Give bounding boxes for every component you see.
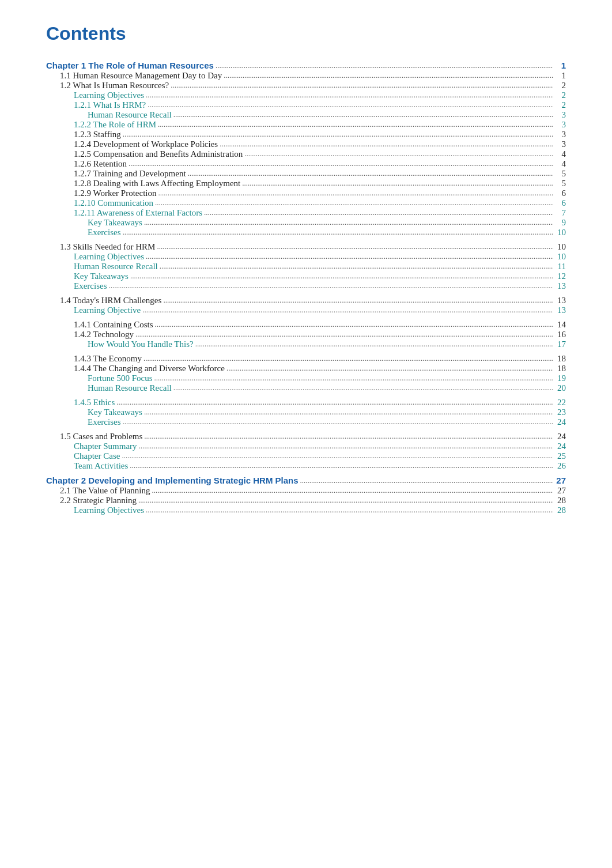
toc-page-number: 7 xyxy=(553,208,566,218)
toc-dots: ........................................… xyxy=(202,208,553,217)
toc-entry-label[interactable]: Team Activities xyxy=(46,461,128,471)
toc-page-number: 10 xyxy=(553,228,566,237)
toc-dots: ........................................… xyxy=(156,120,553,129)
toc-page-number: 5 xyxy=(553,169,566,179)
toc-entry: 1.4.4 The Changing and Diverse Workforce… xyxy=(46,364,566,373)
toc-entry-label: 1.4 Today's HRM Challenges xyxy=(46,296,161,305)
toc-entry-label[interactable]: How Would You Handle This? xyxy=(46,339,194,349)
toc-dots: ........................................… xyxy=(144,505,553,515)
toc-entry: 1.4 Today's HRM Challenges..............… xyxy=(46,296,566,305)
toc-entry: 1.2.10 Communication....................… xyxy=(46,198,566,208)
toc-entry: Learning Objectives.....................… xyxy=(46,252,566,262)
toc-entry: Exercises...............................… xyxy=(46,228,566,237)
toc-entry: Learning Objectives.....................… xyxy=(46,505,566,515)
toc-entry-label[interactable]: Chapter Summary xyxy=(46,441,137,451)
toc-page-number: 24 xyxy=(553,432,566,441)
toc-spacer xyxy=(46,237,566,242)
toc-entry-label[interactable]: Learning Objectives xyxy=(46,505,144,515)
toc-entry-label: 1.2.4 Development of Workplace Policies xyxy=(46,139,218,149)
toc-page-number: 23 xyxy=(553,407,566,417)
toc-entry-label[interactable]: Human Resource Recall xyxy=(46,383,172,393)
toc-entry-label[interactable]: Key Takeaways xyxy=(46,218,142,228)
toc-page-number: 2 xyxy=(553,90,566,100)
toc-entry: How Would You Handle This?..............… xyxy=(46,339,566,349)
toc-page-number: 6 xyxy=(553,198,566,208)
toc-dots: ........................................… xyxy=(107,281,553,290)
toc-entry-label[interactable]: Learning Objectives xyxy=(46,90,144,100)
toc-entry-label[interactable]: 1.2.10 Communication xyxy=(46,198,153,208)
toc-entry-label[interactable]: Chapter 2 Developing and Implementing St… xyxy=(46,475,299,485)
toc-dots: ........................................… xyxy=(142,218,553,227)
toc-dots: ........................................… xyxy=(134,330,553,339)
toc-page-number: 9 xyxy=(553,218,566,228)
toc-entry-label[interactable]: Human Resource Recall xyxy=(46,262,158,271)
toc-entry: 1.5 Cases and Problems..................… xyxy=(46,432,566,441)
page-title: Contents xyxy=(46,23,566,44)
toc-entry-label: 2.2 Strategic Planning xyxy=(46,496,137,505)
toc-entry-label[interactable]: Exercises xyxy=(46,228,120,237)
toc-entry-label[interactable]: Exercises xyxy=(46,417,120,427)
toc-entry: 1.4.1 Containing Costs..................… xyxy=(46,320,566,330)
toc-entry-label[interactable]: 1.2.1 What Is HRM? xyxy=(46,100,146,110)
toc-entry-label[interactable]: Key Takeaways xyxy=(46,271,129,281)
toc-entry-label[interactable]: Learning Objectives xyxy=(46,252,144,262)
toc-page-number: 27 xyxy=(553,486,566,496)
toc-entry-label[interactable]: Fortune 500 Focus xyxy=(46,373,153,383)
toc-entry-label[interactable]: 1.2.2 The Role of HRM xyxy=(46,120,156,130)
toc-dots: ........................................… xyxy=(146,100,553,110)
toc-page-number: 19 xyxy=(553,373,566,383)
toc-entry: Fortune 500 Focus.......................… xyxy=(46,373,566,383)
toc-page-number: 16 xyxy=(553,330,566,339)
toc-entry: Chapter 2 Developing and Implementing St… xyxy=(46,475,566,486)
toc-entry: 1.2.11 Awareness of External Factors....… xyxy=(46,208,566,218)
toc-dots: ........................................… xyxy=(144,252,553,261)
toc-dots: ........................................… xyxy=(137,496,553,505)
toc-page-number: 13 xyxy=(553,281,566,291)
toc-page-number: 24 xyxy=(553,417,566,427)
toc-page-number: 10 xyxy=(553,252,566,262)
toc-page-number: 5 xyxy=(553,179,566,188)
toc-dots: ........................................… xyxy=(194,339,553,349)
toc-page-number: 2 xyxy=(553,81,566,90)
toc-entry: 1.2.3 Staffing..........................… xyxy=(46,130,566,139)
toc-entry-label: 1.2 What Is Human Resources? xyxy=(46,81,169,90)
toc-entry: Key Takeaways...........................… xyxy=(46,271,566,281)
toc-page-number: 27 xyxy=(553,475,566,485)
toc-entry: Chapter Summary.........................… xyxy=(46,441,566,451)
toc-entry-label[interactable]: Exercises xyxy=(46,281,107,291)
toc-entry: 1.2.7 Training and Development..........… xyxy=(46,169,566,179)
toc-entry: 1.2.1 What Is HRM?......................… xyxy=(46,100,566,110)
toc-entry-label[interactable]: Chapter Case xyxy=(46,451,120,461)
toc-entry-label: 1.2.9 Worker Protection xyxy=(46,188,157,198)
toc-entry: 1.4.5 Ethics............................… xyxy=(46,398,566,407)
toc-entry-label[interactable]: 1.2.11 Awareness of External Factors xyxy=(46,208,202,218)
toc-entry-label[interactable]: Chapter 1 The Role of Human Resources xyxy=(46,61,214,70)
toc-page-number: 20 xyxy=(553,383,566,393)
toc-page-number: 3 xyxy=(553,139,566,149)
toc-page-number: 24 xyxy=(553,441,566,451)
toc-dots: ........................................… xyxy=(155,242,553,251)
toc-entry: 2.1 The Value of Planning...............… xyxy=(46,486,566,496)
toc-dots: ........................................… xyxy=(169,81,553,90)
toc-page-number: 4 xyxy=(553,149,566,159)
toc-entry-label: 1.4.3 The Economy xyxy=(46,354,142,364)
toc-entry-label: 1.2.8 Dealing with Laws Affecting Employ… xyxy=(46,179,240,188)
toc-page-number: 25 xyxy=(553,451,566,461)
toc-dots: ........................................… xyxy=(127,159,553,168)
toc-entry: Chapter 1 The Role of Human Resources...… xyxy=(46,61,566,71)
toc-dots: ........................................… xyxy=(214,61,553,70)
toc-page-number: 13 xyxy=(553,305,566,315)
toc-page-number: 18 xyxy=(553,364,566,373)
toc-entry-label[interactable]: 1.4.5 Ethics xyxy=(46,398,115,407)
toc-dots: ........................................… xyxy=(120,417,553,427)
toc-page-number: 3 xyxy=(553,130,566,139)
toc-entry-label[interactable]: Learning Objective xyxy=(46,305,141,315)
toc-entry: 1.2.4 Development of Workplace Policies.… xyxy=(46,139,566,149)
toc-page-number: 13 xyxy=(553,296,566,305)
toc-dots: ........................................… xyxy=(120,228,553,237)
toc-entry-label[interactable]: Key Takeaways xyxy=(46,407,142,417)
toc-dots: ........................................… xyxy=(222,71,553,80)
toc-entry-label[interactable]: Human Resource Recall xyxy=(46,110,172,120)
toc-dots: ........................................… xyxy=(161,296,553,305)
toc-dots: ........................................… xyxy=(243,149,553,158)
